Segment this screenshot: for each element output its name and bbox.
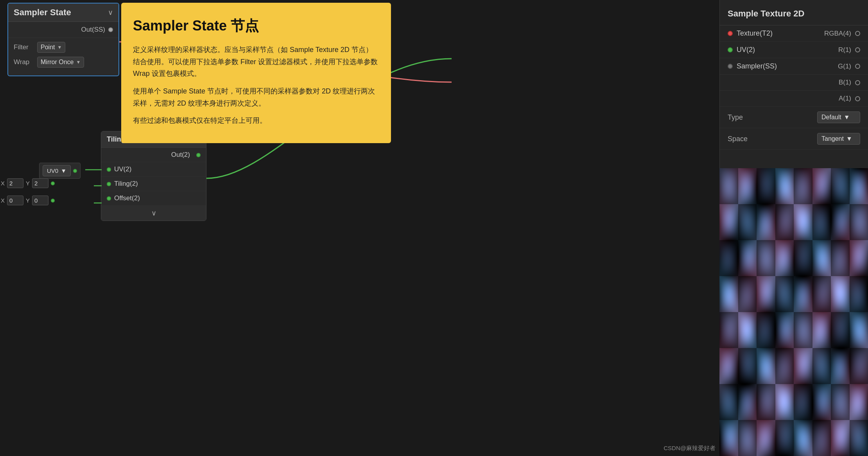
sampler-port-label: Sampler(SS) (737, 62, 838, 70)
out-ss-dot[interactable] (108, 27, 113, 32)
tiling-y1-input[interactable] (32, 178, 48, 188)
st-port-uv: UV(2) R(1) (720, 42, 868, 58)
filter-value: Point (41, 44, 55, 51)
tooltip-body: 定义采样纹理的采样器状态。应当与采样节点（如 Sample Texture 2D… (133, 44, 379, 127)
tiling-tiling-label: Tiling(2) (114, 180, 138, 188)
sampler-state-fields: Filter Point ▼ Wrap Mirror Once ▼ (8, 38, 118, 75)
uv-port-dot (728, 47, 733, 52)
st-port-b: B(1) (720, 75, 868, 91)
tiling-out-port: Out(2) (101, 148, 206, 162)
b-right-label: B(1) (839, 79, 851, 86)
st-port-texture: Texture(T2) RGBA(4) (720, 25, 868, 42)
tiling-y1-label: Y (26, 180, 30, 187)
texture-right-dot[interactable] (855, 31, 860, 36)
b-right-dot[interactable] (855, 80, 860, 85)
watermark: CSDN@麻辣爱好者 (664, 445, 716, 452)
tiling-uv-port: UV(2) (101, 162, 206, 177)
space-label: Space (728, 135, 817, 143)
wrap-label: Wrap (14, 58, 37, 66)
tooltip-title: Sampler State 节点 (133, 14, 379, 38)
tiling-out-label: Out(2) (171, 151, 190, 159)
uv-right-dot[interactable] (855, 47, 860, 52)
type-value: Default (821, 114, 841, 121)
tooltip-para1: 定义采样纹理的采样器状态。应当与采样节点（如 Sample Texture 2D… (133, 44, 379, 80)
sampler-right-label: G(1) (838, 63, 851, 70)
tiling-xy2-dot (51, 199, 55, 203)
space-value: Tangent (821, 135, 844, 142)
texture-canvas (719, 168, 868, 456)
texture-preview (719, 168, 868, 456)
uv-port-label: UV(2) (737, 46, 838, 54)
type-select[interactable]: Default ▼ (817, 111, 860, 123)
space-field-row: Space Tangent ▼ (720, 128, 868, 150)
tooltip-para3: 有些过滤和包裹模式仅在特定平台上可用。 (133, 115, 379, 127)
tiling-tiling-port: Tiling(2) (101, 177, 206, 191)
wrap-chevron-icon: ▼ (76, 59, 81, 65)
sampler-right-dot[interactable] (855, 64, 860, 69)
uv-right-label: R(1) (838, 46, 851, 54)
filter-field-row: Filter Point ▼ (14, 42, 113, 53)
sample-texture-node: Sample Texture 2D Texture(T2) RGBA(4) UV… (719, 0, 868, 456)
wrap-field-row: Wrap Mirror Once ▼ (14, 57, 113, 68)
tiling-out-dot[interactable] (196, 153, 201, 157)
tiling-node: Tiling And Offset Out(2) UV(2) Tiling(2)… (101, 131, 206, 221)
tiling-footer: ∨ (101, 206, 206, 221)
sampler-port-dot (728, 64, 733, 69)
tiling-x1-label: X (1, 180, 5, 187)
type-chevron-icon: ▼ (844, 114, 850, 121)
sampler-state-chevron[interactable]: ∨ (108, 8, 113, 17)
tiling-x2-label: X (1, 197, 5, 204)
tiling-offset-dot[interactable] (107, 196, 111, 201)
tiling-xy-row2: X Y (1, 196, 55, 205)
texture-port-label: Texture(T2) (737, 29, 824, 38)
type-field-row: Type Default ▼ (720, 107, 868, 128)
sampler-state-header: Sampler State ∨ (8, 4, 118, 22)
texture-port-dot (728, 31, 733, 36)
uv-node: UV0 ▼ (39, 163, 81, 179)
out-ss-label: Out(SS) (81, 26, 105, 34)
space-select[interactable]: Tangent ▼ (817, 133, 860, 145)
tiling-offset-label: Offset(2) (114, 194, 140, 202)
tiling-y2-input[interactable] (32, 196, 48, 205)
sampler-state-node: Sampler State ∨ Out(SS) Filter Point ▼ W… (7, 3, 119, 76)
tiling-uv-label: UV(2) (114, 165, 131, 173)
tiling-tiling-dot[interactable] (107, 182, 111, 186)
tiling-uv-dot[interactable] (107, 167, 111, 172)
sampler-state-out-port: Out(SS) (8, 22, 118, 38)
uv0-chevron-icon: ▼ (61, 167, 66, 174)
uv0-select[interactable]: UV0 ▼ (43, 165, 71, 176)
tiling-y2-label: Y (26, 197, 30, 204)
wrap-value: Mirror Once (41, 59, 74, 66)
st-port-sampler: Sampler(SS) G(1) (720, 58, 868, 75)
wrap-select[interactable]: Mirror Once ▼ (37, 57, 84, 68)
texture-right-label: RGBA(4) (824, 30, 851, 38)
space-chevron-icon: ▼ (846, 135, 852, 142)
tiling-xy-row1: X Y (1, 178, 55, 188)
sample-texture-title: Sample Texture 2D (720, 0, 868, 25)
uv0-output-dot[interactable] (73, 169, 77, 173)
filter-select[interactable]: Point ▼ (37, 42, 65, 53)
tiling-x1-input[interactable] (7, 178, 23, 188)
a-right-dot[interactable] (855, 96, 860, 101)
uv0-value: UV0 (47, 167, 58, 174)
sampler-state-title: Sampler State (14, 7, 71, 18)
tiling-offset-port: Offset(2) (101, 191, 206, 206)
filter-chevron-icon: ▼ (57, 45, 62, 50)
tooltip-para2: 使用单个 Sample State 节点时，可使用不同的采样器参数对 2D 纹理… (133, 85, 379, 109)
tiling-collapse-icon[interactable]: ∨ (151, 209, 156, 217)
tooltip-box: Sampler State 节点 定义采样纹理的采样器状态。应当与采样节点（如 … (121, 3, 391, 143)
type-label: Type (728, 113, 817, 122)
a-right-label: A(1) (839, 95, 851, 102)
tiling-x2-input[interactable] (7, 196, 23, 205)
tiling-xy1-dot (51, 181, 55, 185)
st-port-a: A(1) (720, 91, 868, 107)
filter-label: Filter (14, 43, 37, 51)
